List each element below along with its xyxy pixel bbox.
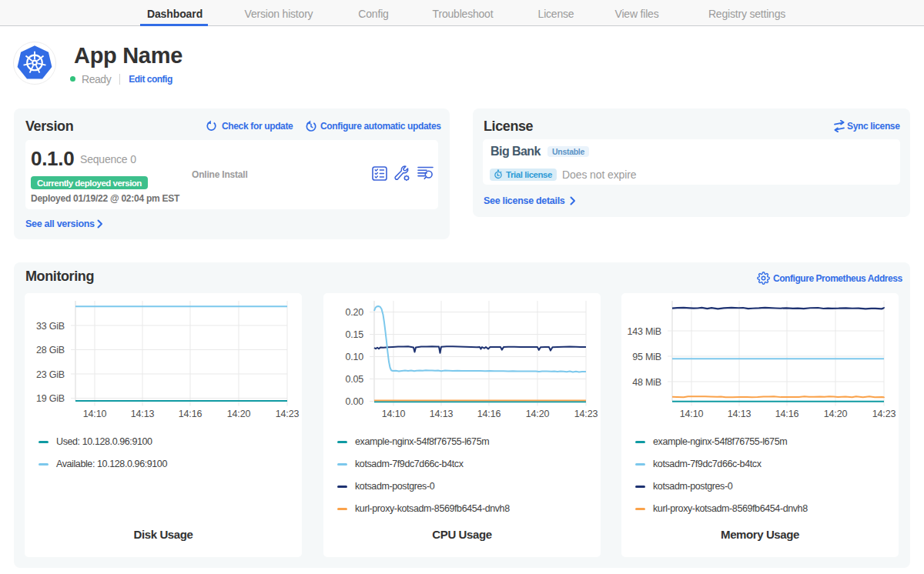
svg-text:95 MiB: 95 MiB [632,352,661,362]
svg-text:14:20: 14:20 [227,409,251,419]
svg-text:33 GiB: 33 GiB [36,321,65,332]
svg-text:14:13: 14:13 [430,409,454,419]
svg-text:28 GiB: 28 GiB [36,345,65,355]
svg-text:14:16: 14:16 [775,409,799,419]
svg-text:0.00: 0.00 [345,396,363,407]
svg-text:143 MiB: 143 MiB [628,326,661,337]
svg-text:48 MiB: 48 MiB [632,377,661,388]
svg-text:0.15: 0.15 [345,329,363,340]
svg-text:14:16: 14:16 [477,409,501,419]
svg-text:14:23: 14:23 [276,409,300,419]
svg-text:14:13: 14:13 [728,409,752,419]
svg-text:0.10: 0.10 [345,352,363,362]
svg-text:0.20: 0.20 [345,307,363,318]
svg-text:14:10: 14:10 [382,409,406,419]
svg-text:14:10: 14:10 [83,409,107,419]
svg-text:14:23: 14:23 [872,409,896,419]
svg-text:14:20: 14:20 [824,409,848,419]
svg-text:14:16: 14:16 [179,409,203,419]
svg-text:23 GiB: 23 GiB [36,369,65,380]
svg-text:14:10: 14:10 [680,409,704,419]
svg-text:0.05: 0.05 [345,374,363,385]
svg-text:14:23: 14:23 [574,409,598,419]
svg-text:14:13: 14:13 [131,409,155,419]
svg-text:14:20: 14:20 [526,409,550,419]
svg-text:19 GiB: 19 GiB [36,393,65,404]
